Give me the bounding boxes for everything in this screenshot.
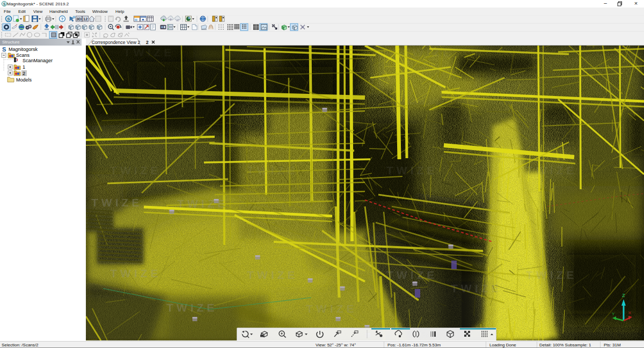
svg-text:TWIZE: TWIZE [247,164,298,176]
svg-text:TWIZE: TWIZE [451,282,502,294]
svg-text:3D: 3D [76,17,82,21]
svg-text:TWIZE: TWIZE [177,197,228,210]
svg-text:ScanManager: ScanManager [23,58,53,63]
svg-text:TWIZE: TWIZE [123,46,174,58]
svg-text:TWIZE: TWIZE [526,164,577,176]
svg-text:S: S [7,17,10,21]
svg-text:1: 1 [23,64,25,70]
svg-text:S: S [3,2,6,6]
svg-text:TWIZE: TWIZE [306,302,357,315]
svg-text:TWIZE: TWIZE [166,301,217,314]
svg-text:Correspondence View 2: Correspondence View 2 [92,40,141,45]
svg-text:Magnitogorsk: Magnitogorsk [9,47,38,52]
svg-text:?: ? [61,17,64,21]
svg-text:TWIZE: TWIZE [386,164,437,176]
svg-text:Z: Z [622,293,625,298]
svg-text:TWIZE: TWIZE [110,164,161,176]
svg-text:TWIZE: TWIZE [247,269,298,281]
svg-text:TWIZE: TWIZE [526,269,577,281]
svg-text:2: 2 [23,71,25,76]
svg-text:TWIZE: TWIZE [386,269,437,281]
svg-text:S: S [2,46,6,53]
svg-text:Models: Models [16,77,32,83]
svg-text:TWIZE: TWIZE [110,267,161,279]
svg-text:12: 12 [83,17,87,21]
svg-text:TWIZE: TWIZE [402,46,453,58]
svg-text:2: 2 [146,40,149,45]
svg-text:Y: Y [612,312,615,316]
svg-text:Scans: Scans [16,53,30,58]
svg-text:X: X [628,310,632,315]
svg-text:TWIZE: TWIZE [91,196,142,209]
